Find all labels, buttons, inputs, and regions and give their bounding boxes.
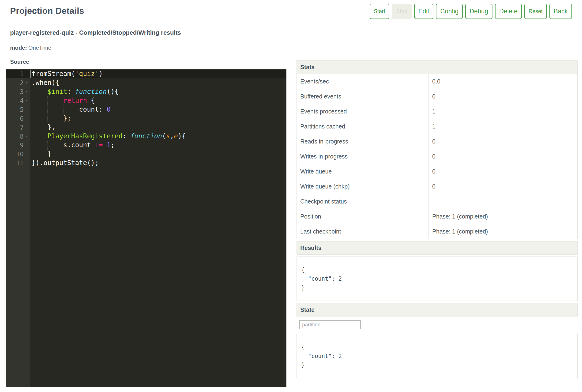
json-line: } bbox=[301, 283, 573, 292]
debug-button[interactable]: Debug bbox=[465, 4, 493, 19]
state-json: { "count": 2} bbox=[297, 334, 578, 378]
stats-rows: Events/sec0.0Buffered events0Events proc… bbox=[297, 74, 578, 239]
stat-label: Position bbox=[297, 209, 429, 224]
code-editor[interactable]: 12▾3▾4▾5678▾91011 fromStream('quiz').whe… bbox=[6, 70, 286, 387]
json-line: "count": 2 bbox=[301, 352, 573, 360]
partition-input[interactable] bbox=[299, 320, 361, 329]
toolbar: StartStopEditConfigDebugDeleteResetBack bbox=[370, 4, 572, 19]
content: Source 12▾3▾4▾5678▾91011 fromStream('qui… bbox=[6, 58, 578, 387]
results-heading: Results bbox=[297, 241, 578, 254]
page-title: Projection Details bbox=[10, 6, 84, 16]
indent-guide bbox=[47, 96, 47, 105]
stat-label: Write queue bbox=[297, 164, 429, 179]
fold-toggle-icon[interactable]: ▾ bbox=[24, 87, 30, 96]
fold-toggle-icon[interactable]: ▾ bbox=[24, 78, 30, 87]
code-line[interactable]: } bbox=[30, 150, 286, 158]
stat-value: Phase: 1 (completed) bbox=[429, 209, 578, 224]
stat-value: 1 bbox=[429, 119, 578, 134]
indent-guide bbox=[47, 114, 47, 123]
stats-table: Stats Events/sec0.0Buffered events0Event… bbox=[297, 60, 578, 239]
line-number: 1 bbox=[20, 70, 24, 78]
stat-label: Write queue (chkp) bbox=[297, 179, 429, 194]
code-line[interactable]: return { bbox=[30, 96, 286, 105]
fold-toggle-icon[interactable]: ▾ bbox=[24, 96, 30, 105]
state-heading: State bbox=[297, 303, 578, 316]
mode-line: mode:OneTime bbox=[10, 44, 51, 51]
stats-heading: Stats bbox=[297, 60, 578, 74]
stat-label: Reads in-progress bbox=[297, 134, 429, 149]
line-number: 8 bbox=[20, 133, 24, 140]
stat-label: Buffered events bbox=[297, 89, 429, 104]
editor-code[interactable]: fromStream('quiz').when({ $init: functio… bbox=[30, 70, 286, 387]
projection-status-heading: player-registered-quiz - Completed/Stopp… bbox=[10, 29, 181, 36]
line-number: 6 bbox=[20, 115, 24, 122]
stat-value: 0 bbox=[429, 149, 578, 164]
results-json: { "count": 2} bbox=[297, 256, 578, 301]
code-line[interactable]: fromStream('quiz') bbox=[30, 70, 286, 78]
gutter-line: 11 bbox=[6, 158, 30, 168]
reset-button[interactable]: Reset bbox=[524, 4, 547, 19]
stat-label: Last checkpoint bbox=[297, 224, 429, 239]
gutter-line: 9 bbox=[6, 141, 30, 150]
gutter-line: 2▾ bbox=[6, 78, 30, 87]
stat-label: Events processed bbox=[297, 104, 429, 119]
delete-button[interactable]: Delete bbox=[495, 4, 522, 19]
gutter-line: 1 bbox=[6, 70, 30, 78]
stat-row: Buffered events0 bbox=[297, 89, 578, 104]
stat-row: Writes in-progress0 bbox=[297, 149, 578, 164]
gutter-line: 5 bbox=[6, 105, 30, 114]
line-number: 7 bbox=[20, 124, 24, 131]
gutter-line: 6 bbox=[6, 114, 30, 123]
stat-value bbox=[429, 194, 578, 209]
code-line[interactable]: .when({ bbox=[30, 78, 286, 87]
config-button[interactable]: Config bbox=[436, 4, 463, 19]
stat-row: Last checkpointPhase: 1 (completed) bbox=[297, 224, 578, 239]
gutter-line: 8▾ bbox=[6, 132, 30, 141]
code-line[interactable]: }, bbox=[30, 123, 286, 132]
gutter-line: 7 bbox=[6, 123, 30, 132]
code-line[interactable]: $init: function(){ bbox=[30, 87, 286, 96]
stat-row: PositionPhase: 1 (completed) bbox=[297, 209, 578, 224]
stat-label: Events/sec bbox=[297, 74, 429, 89]
line-number: 4 bbox=[20, 97, 24, 104]
stat-value: 0 bbox=[429, 134, 578, 149]
stat-row: Reads in-progress0 bbox=[297, 134, 578, 149]
line-number: 5 bbox=[20, 106, 24, 113]
gutter-line: 4▾ bbox=[6, 96, 30, 105]
stat-row: Write queue (chkp)0 bbox=[297, 179, 578, 194]
line-number: 2 bbox=[20, 79, 24, 86]
code-line[interactable]: s.count += 1; bbox=[30, 141, 286, 150]
gutter-line: 3▾ bbox=[6, 87, 30, 96]
mode-value: OneTime bbox=[28, 44, 51, 51]
json-line: } bbox=[301, 360, 573, 370]
code-line[interactable]: PlayerHasRegistered: function(s,e){ bbox=[30, 132, 286, 141]
line-number: 3 bbox=[20, 88, 24, 96]
source-panel: Source 12▾3▾4▾5678▾91011 fromStream('qui… bbox=[6, 58, 286, 387]
stat-value: 0 bbox=[429, 164, 578, 179]
json-line: { bbox=[301, 343, 573, 352]
line-number: 11 bbox=[16, 160, 24, 167]
indent-guide bbox=[47, 105, 47, 114]
stat-row: Events processed1 bbox=[297, 104, 578, 119]
source-heading: Source bbox=[10, 58, 286, 65]
editor-gutter: 12▾3▾4▾5678▾91011 bbox=[6, 70, 30, 387]
results-heading-label: Results bbox=[300, 244, 321, 251]
code-line[interactable]: }; bbox=[30, 114, 286, 123]
fold-toggle-icon[interactable]: ▾ bbox=[24, 132, 30, 141]
stat-row: Checkpoint status bbox=[297, 194, 578, 209]
stat-row: Events/sec0.0 bbox=[297, 74, 578, 89]
line-number: 10 bbox=[16, 150, 24, 158]
code-line[interactable]: count: 0 bbox=[30, 105, 286, 114]
stop-button: Stop bbox=[392, 4, 411, 19]
details-panel: Stats Events/sec0.0Buffered events0Event… bbox=[297, 60, 578, 378]
text-cursor bbox=[30, 70, 31, 78]
json-line: "count": 2 bbox=[301, 274, 573, 283]
stat-value: Phase: 1 (completed) bbox=[429, 224, 578, 239]
indent-guide bbox=[63, 105, 63, 114]
back-button[interactable]: Back bbox=[550, 4, 572, 19]
indent-guide bbox=[47, 141, 47, 150]
start-button[interactable]: Start bbox=[370, 4, 390, 19]
stat-label: Writes in-progress bbox=[297, 149, 429, 164]
code-line[interactable]: }).outputState(); bbox=[30, 158, 286, 168]
edit-button[interactable]: Edit bbox=[414, 4, 434, 19]
